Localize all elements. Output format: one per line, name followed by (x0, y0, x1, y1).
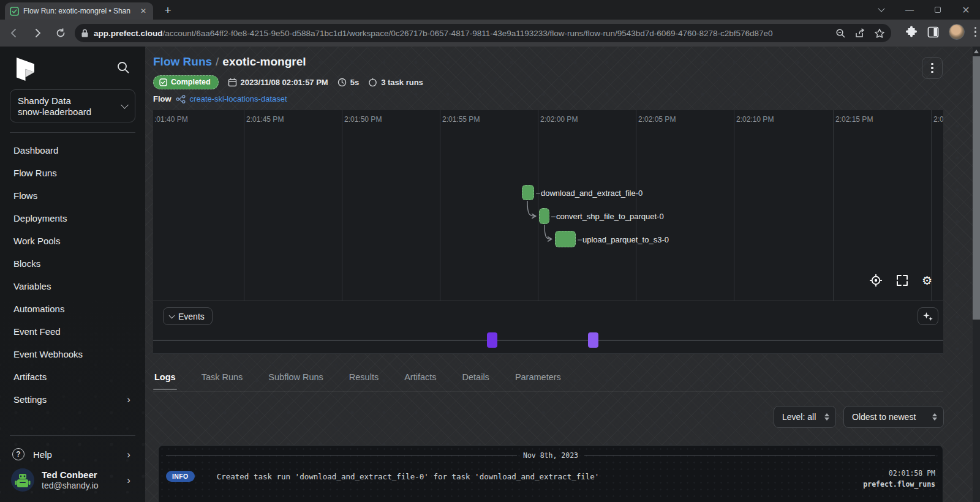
task-run-count: 3 task runs (368, 78, 423, 87)
sidebar-item-flow-runs[interactable]: Flow Runs (0, 162, 145, 184)
browser-window: Flow Run: exotic-mongrel • Shan ✕ + — ✕ … (0, 0, 980, 502)
task-run-bar[interactable] (522, 185, 534, 200)
tab-search-icon[interactable] (867, 0, 895, 20)
timeline-tick-label: 2:01:45 PM (246, 115, 284, 124)
prefect-logo (13, 56, 38, 84)
sidebar-item-variables[interactable]: Variables (0, 275, 145, 298)
bookmark-star-icon[interactable] (874, 28, 885, 39)
breadcrumb-flow-runs-link[interactable]: Flow Runs (153, 55, 212, 68)
timeline-tick-label: :01:40 PM (154, 115, 188, 124)
log-level-select[interactable]: Level: all (774, 406, 836, 428)
tab-task-runs[interactable]: Task Runs (200, 367, 244, 389)
browser-menu-icon[interactable] (974, 27, 977, 37)
zoom-icon[interactable] (835, 28, 846, 39)
chevron-right-icon: › (127, 394, 130, 405)
user-avatar (11, 468, 34, 492)
sidebar-item-dashboard[interactable]: Dashboard (0, 139, 145, 162)
new-tab-button[interactable]: + (160, 4, 175, 18)
log-filters: Level: all Oldest to newest (145, 406, 973, 428)
fullscreen-expand-icon[interactable] (896, 274, 908, 287)
page-scrollbar[interactable] (973, 47, 980, 502)
window-minimize-button[interactable]: — (895, 0, 924, 20)
status-badge: Completed (153, 75, 219, 89)
sidebar-item-label: Artifacts (13, 372, 130, 382)
task-run-label: download_and_extract_file-0 (536, 188, 643, 197)
sidebar-item-settings[interactable]: Settings› (0, 388, 145, 411)
calendar-icon (228, 78, 237, 87)
recenter-crosshair-icon[interactable] (869, 274, 883, 287)
extensions-puzzle-icon[interactable] (905, 26, 918, 38)
tab-logs[interactable]: Logs (153, 367, 177, 389)
flow-run-menu-button[interactable] (922, 57, 943, 79)
sidebar-item-help[interactable]: ? Help › (0, 442, 145, 466)
tab-artifacts[interactable]: Artifacts (403, 367, 437, 389)
workspace-org: Shandy Data (18, 96, 122, 106)
workspace-name: snow-leaderboard (18, 107, 122, 117)
sidebar-item-event-feed[interactable]: Event Feed (0, 320, 145, 343)
select-updown-icon (824, 413, 829, 421)
events-label: Events (178, 312, 205, 321)
sidebar-item-event-webhooks[interactable]: Event Webhooks (0, 343, 145, 365)
timeline-panel[interactable]: :01:40 PM2:01:45 PM2:01:50 PM2:01:55 PM2… (153, 110, 943, 301)
flow-reference: Flow create-ski-locations-dataset (153, 94, 287, 103)
window-maximize-button[interactable] (924, 0, 952, 20)
workspace-switcher[interactable]: Shandy Data snow-leaderboard (10, 89, 135, 122)
tab-results[interactable]: Results (348, 367, 380, 389)
flow-run-meta: Completed 2023/11/08 02:01:57 PM (153, 75, 423, 89)
side-panel-icon[interactable] (927, 26, 939, 38)
event-marker[interactable] (487, 332, 497, 348)
sidebar-item-blocks[interactable]: Blocks (0, 252, 145, 275)
task-run-bar[interactable] (539, 208, 549, 224)
forward-button[interactable] (28, 24, 47, 42)
browser-profile-avatar[interactable] (949, 24, 965, 40)
sidebar-item-flows[interactable]: Flows (0, 184, 145, 207)
task-run-bar[interactable] (555, 231, 576, 247)
address-bar[interactable]: app.prefect.cloud/account/6aa64ff2-f0e8-… (75, 24, 891, 42)
log-message: Created task run 'download_and_extract_f… (217, 472, 851, 481)
sidebar-item-work-pools[interactable]: Work Pools (0, 230, 145, 252)
timeline-gridline (440, 110, 440, 301)
sidebar-item-automations[interactable]: Automations (0, 298, 145, 320)
help-label: Help (33, 449, 118, 460)
events-filter-button[interactable] (918, 307, 938, 325)
log-sort-select[interactable]: Oldest to newest (843, 406, 944, 428)
timeline-gridline (734, 110, 734, 301)
scrollbar-thumb[interactable] (973, 56, 980, 320)
sidebar-item-label: Deployments (13, 213, 130, 223)
flow-name-link[interactable]: create-ski-locations-dataset (190, 94, 287, 103)
timeline-tick-label: 2:02:00 PM (540, 115, 578, 124)
detail-tabs: LogsTask RunsSubflow RunsResultsArtifact… (153, 367, 943, 392)
kebab-icon (931, 63, 933, 73)
tab-subflow-runs[interactable]: Subflow Runs (267, 367, 324, 389)
timeline-gridline (636, 110, 636, 301)
sidebar: Shandy Data snow-leaderboard DashboardFl… (0, 47, 145, 502)
browser-tab[interactable]: Flow Run: exotic-mongrel • Shan ✕ (5, 2, 153, 20)
user-menu[interactable]: Ted Conbeer ted@shandy.io › (0, 466, 145, 502)
url-text: app.prefect.cloud/account/6aa64ff2-f0e8-… (94, 29, 827, 38)
tab-close-icon[interactable]: ✕ (138, 7, 148, 15)
event-marker[interactable] (588, 332, 598, 348)
sidebar-item-label: Flow Runs (13, 168, 130, 178)
tab-parameters[interactable]: Parameters (514, 367, 562, 389)
scrollbar-up-arrow[interactable] (974, 50, 979, 53)
timeline-settings-gear-icon[interactable]: ⚙ (922, 275, 932, 287)
sidebar-item-deployments[interactable]: Deployments (0, 207, 145, 230)
tab-details[interactable]: Details (461, 367, 491, 389)
back-button[interactable] (5, 24, 23, 42)
sidebar-item-artifacts[interactable]: Artifacts (0, 365, 145, 388)
task-run-label: convert_shp_file_to_parquet-0 (551, 212, 664, 221)
log-level-badge: INFO (166, 471, 195, 482)
window-close-button[interactable]: ✕ (952, 0, 980, 20)
browser-toolbar: app.prefect.cloud/account/6aa64ff2-f0e8-… (0, 20, 980, 47)
sidebar-item-label: Dashboard (13, 145, 130, 155)
logs-panel: Nov 8th, 2023 INFOCreated task run 'down… (158, 445, 943, 502)
events-toggle-button[interactable]: Events (163, 307, 213, 325)
timeline-gridline (244, 110, 244, 301)
flow-run-state-favicon-icon (10, 7, 19, 16)
search-icon[interactable] (116, 60, 130, 75)
sidebar-item-label: Blocks (13, 258, 130, 269)
breadcrumb: Flow Runs/exotic-mongrel (153, 55, 306, 69)
share-icon[interactable] (854, 28, 865, 39)
events-timeline-axis (153, 340, 943, 341)
reload-button[interactable] (51, 24, 70, 42)
